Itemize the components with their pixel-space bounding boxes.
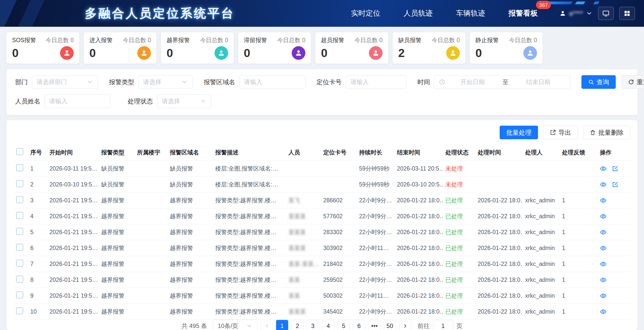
next-page-button[interactable]	[399, 320, 411, 330]
cell-building	[135, 304, 167, 320]
page-size-select[interactable]: 10条/页	[213, 320, 257, 330]
cell-handle-time: 2026-01-22 18:0…	[475, 240, 523, 256]
user-menu[interactable]: a****	[559, 10, 593, 17]
cell-handle-time: 2026-01-22 18:0…	[475, 256, 523, 272]
nav-person-track[interactable]: 人员轨迹	[404, 8, 433, 18]
cell-end-time: 2026-03-11 20:5…	[394, 161, 443, 177]
edit-icon[interactable]	[612, 181, 619, 188]
cell-index: 7	[28, 256, 47, 272]
col-duration: 持续时长	[357, 144, 394, 161]
cell-feedback: 1	[559, 288, 597, 304]
view-icon[interactable]	[600, 165, 607, 172]
page-button-50[interactable]: 50	[384, 320, 396, 330]
cell-status: 已处理	[443, 240, 475, 256]
cell-start-time: 2026-01-21 19:5…	[47, 192, 99, 208]
monitor-button[interactable]	[598, 7, 614, 20]
cell-person	[286, 161, 321, 177]
table-row: 5 2026-01-21 19:5… 越界报警 越界报警 报警类型:越界报警,楼…	[14, 224, 630, 240]
more-pages-button[interactable]: •••	[368, 320, 381, 330]
select-all-checkbox[interactable]	[16, 148, 23, 155]
handle-status-select[interactable]: 请选择	[157, 94, 211, 108]
chevron-down-icon	[200, 98, 206, 104]
stat-title: 越界报警	[167, 36, 190, 44]
person-name-input[interactable]	[49, 98, 106, 105]
prev-page-button[interactable]	[261, 320, 273, 330]
nav-realtime-location[interactable]: 实时定位	[351, 8, 380, 18]
department-select[interactable]: 请选择部门	[32, 75, 98, 89]
export-button[interactable]: 导出	[543, 126, 578, 139]
end-date-placeholder: 结束日期	[511, 78, 566, 86]
cell-area-name: 越界报警	[167, 208, 213, 224]
cell-end-time: 2026-01-22 18:0…	[394, 256, 443, 272]
stat-value: 2	[398, 46, 405, 60]
nav-alarm-board[interactable]: 报警看板 367	[508, 8, 538, 18]
page-button-1[interactable]: 1	[276, 320, 288, 330]
view-icon[interactable]	[600, 308, 607, 315]
cell-duration: 22小时9分…	[357, 256, 394, 272]
row-checkbox[interactable]	[16, 164, 23, 171]
apps-grid-button[interactable]	[619, 7, 635, 20]
chevron-down-icon	[181, 79, 188, 85]
batch-delete-button[interactable]: 批量删除	[583, 126, 630, 139]
alarm-type-select[interactable]: 请选择	[138, 75, 193, 89]
row-checkbox[interactable]	[16, 291, 23, 298]
row-checkbox[interactable]	[16, 260, 23, 267]
cell-description: 报警类型:越界报警,楼…	[213, 208, 286, 224]
cell-start-time: 2026-01-21 19:5…	[47, 288, 99, 304]
cell-description: 报警类型:越界报警,楼…	[213, 224, 286, 240]
view-icon[interactable]	[600, 181, 607, 188]
alarm-area-input[interactable]	[244, 78, 301, 86]
cell-start-time: 2026-01-21 19:5…	[47, 240, 99, 256]
page-button-5[interactable]: 5	[338, 320, 350, 330]
view-icon[interactable]	[600, 213, 607, 220]
view-icon[interactable]	[600, 292, 607, 299]
goto-suffix: 页	[457, 322, 463, 330]
reset-button[interactable]: 重置	[621, 75, 644, 89]
cell-handle-time: 2026-01-22 18:0…	[475, 208, 523, 224]
table-row: 4 2026-01-21 19:5… 越界报警 越界报警 报警类型:越界报警,楼…	[14, 208, 630, 224]
page-button-3[interactable]: 3	[307, 320, 319, 330]
page-button-6[interactable]: 6	[353, 320, 365, 330]
cell-start-time: 2026-01-21 19:5…	[47, 304, 99, 320]
department-label: 部门	[15, 78, 28, 86]
app-header: 多融合人员定位系统平台 实时定位 人员轨迹 车辆轨迹 报警看板 367 a***…	[0, 0, 644, 27]
edit-icon[interactable]	[612, 165, 619, 172]
nav-vehicle-track[interactable]: 车辆轨迹	[456, 8, 485, 18]
row-checkbox[interactable]	[16, 276, 23, 283]
time-range-picker[interactable]: 开始日期 至 结束日期	[434, 75, 570, 89]
view-icon[interactable]	[600, 229, 607, 236]
batch-process-button[interactable]: 批量处理	[500, 126, 538, 139]
row-checkbox[interactable]	[16, 180, 23, 187]
goto-page-input[interactable]	[433, 320, 453, 330]
row-checkbox[interactable]	[16, 307, 23, 314]
understaffed-alarm-icon	[446, 46, 460, 60]
cell-alarm-type: 越界报警	[99, 240, 135, 256]
card-no-input[interactable]	[351, 78, 401, 86]
cell-status: 已处理	[443, 224, 475, 240]
row-checkbox[interactable]	[16, 212, 23, 219]
cell-handle-time: 2026-01-22 18:0…	[475, 224, 523, 240]
view-icon[interactable]	[600, 277, 607, 283]
cell-start-time: 2026-01-21 19:5…	[47, 224, 99, 240]
cell-building	[135, 272, 167, 288]
alarm-table: 序号 开始时间 报警类型 所属楼宇 报警区域名 报警描述 人员 定位卡号 持续时…	[14, 144, 630, 320]
row-checkbox[interactable]	[16, 196, 23, 203]
page-button-2[interactable]: 2	[291, 320, 304, 330]
search-button[interactable]: 查询	[581, 75, 616, 89]
filter-panel: 部门 请选择部门 报警类型 请选择 报警区域名 定位卡号	[7, 69, 637, 115]
row-checkbox[interactable]	[16, 244, 23, 251]
view-icon[interactable]	[600, 261, 607, 267]
page-button-4[interactable]: 4	[322, 320, 334, 330]
clock-icon	[439, 79, 445, 85]
col-feedback: 处理反馈	[559, 144, 597, 161]
row-checkbox[interactable]	[16, 228, 23, 235]
cell-building	[135, 240, 167, 256]
cell-duration: 22小时9分…	[357, 304, 394, 320]
batch-delete-icon	[590, 129, 596, 135]
cell-alarm-type: 缺员报警	[99, 177, 135, 192]
cell-building	[135, 208, 167, 224]
view-icon[interactable]	[600, 245, 607, 252]
cell-end-time: 2026-01-22 18:0…	[394, 288, 443, 304]
stat-subtitle: 今日总数 0	[432, 36, 460, 44]
view-icon[interactable]	[600, 197, 607, 204]
